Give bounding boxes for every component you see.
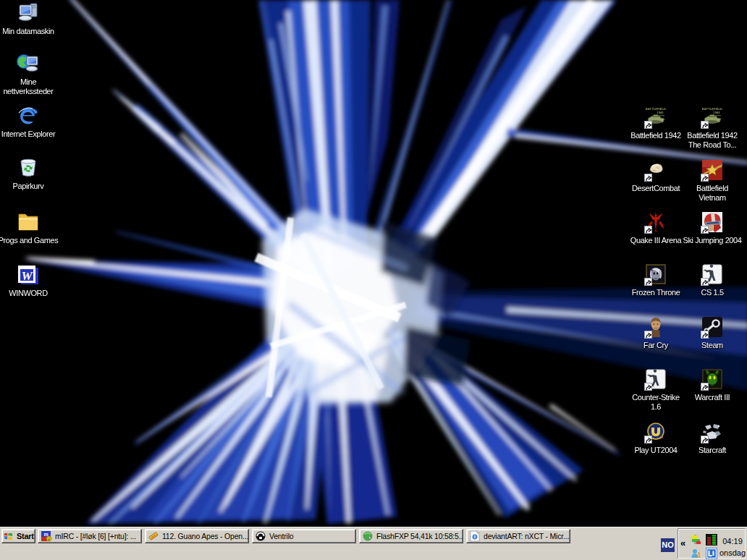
- svg-text:m: m: [43, 532, 48, 537]
- svg-text:1942: 1942: [657, 111, 664, 114]
- svg-text:W: W: [21, 269, 33, 283]
- svg-text:1942: 1942: [713, 111, 720, 114]
